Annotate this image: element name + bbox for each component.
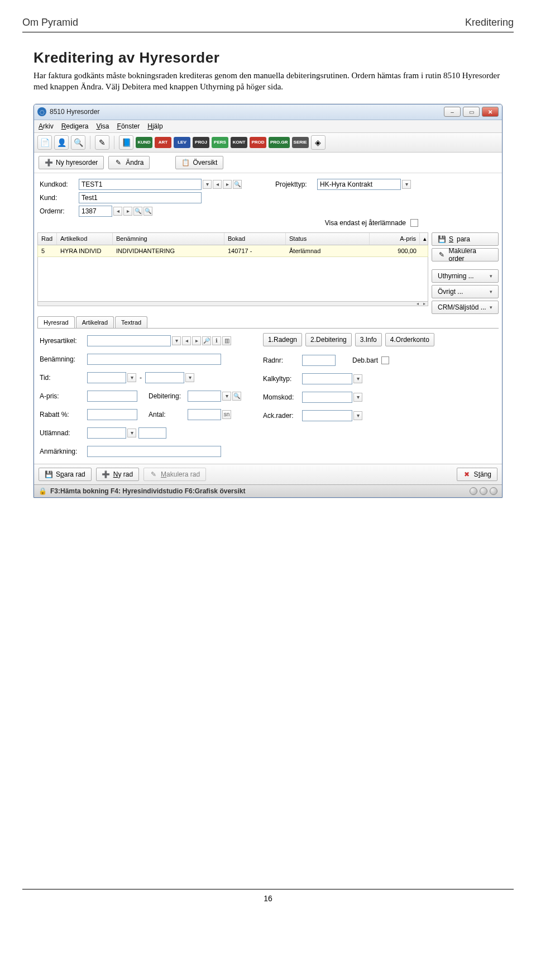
- hyresorder-window: ◌ 8510 Hyresorder – ▭ ✕ Arkiv Redigera V…: [34, 104, 502, 498]
- toolbar-user-icon[interactable]: 👤: [54, 135, 69, 150]
- toolbar-new-icon[interactable]: 📄: [37, 135, 52, 150]
- ny-rad-button[interactable]: ➕Ny rad: [96, 468, 139, 481]
- kund-input[interactable]: [79, 192, 202, 203]
- window-title: 8510 Hyresorder: [50, 108, 99, 116]
- benamning-input[interactable]: [87, 354, 221, 365]
- footer-rule: [22, 889, 514, 889]
- search-icon[interactable]: 🔎: [202, 336, 211, 345]
- ny-hyresorder-button[interactable]: ➕Ny hyresorder: [39, 156, 104, 169]
- minimize-button[interactable]: –: [444, 107, 461, 117]
- ordernr-input[interactable]: [79, 206, 112, 217]
- scroll-up-icon[interactable]: ▴: [420, 233, 428, 245]
- next-icon[interactable]: ▸: [223, 180, 232, 189]
- radnr-input[interactable]: [302, 355, 336, 366]
- spara-rad-button[interactable]: 💾Spara rad: [39, 468, 92, 481]
- doc-title: Kreditering av Hyresorder: [34, 49, 502, 66]
- pill-kont[interactable]: KONT: [231, 137, 247, 148]
- makulera-order-button[interactable]: ✎Makulera order: [432, 248, 499, 261]
- close-button[interactable]: ✕: [482, 107, 499, 117]
- dropdown-icon[interactable]: ▾: [172, 336, 181, 345]
- tab-artikelrad[interactable]: Artikelrad: [76, 316, 114, 328]
- tab-info[interactable]: 3.Info: [355, 333, 382, 346]
- spara-button[interactable]: 💾Spara: [432, 232, 499, 246]
- menu-hjalp[interactable]: Hjälp: [147, 122, 162, 130]
- pill-serie[interactable]: SERIE: [292, 137, 309, 148]
- tab-textrad[interactable]: Textrad: [115, 316, 147, 328]
- number-icon[interactable]: sn: [222, 410, 231, 419]
- pill-art[interactable]: ART: [155, 137, 171, 148]
- tab-hyresrad[interactable]: Hyresrad: [37, 316, 75, 328]
- action-bar: ➕Ny hyresorder ✎Ändra 📋Översikt: [34, 153, 502, 173]
- menu-visa[interactable]: Visa: [96, 122, 109, 130]
- menu-redigera[interactable]: Redigera: [61, 122, 89, 130]
- momskod-input[interactable]: [302, 392, 352, 403]
- pill-kund[interactable]: KUND: [136, 137, 152, 148]
- oversikt-button[interactable]: 📋Översikt: [175, 156, 223, 169]
- toolbar-edit-icon[interactable]: ✎: [95, 135, 109, 150]
- status-dot[interactable]: [470, 487, 477, 495]
- uthyrning-button[interactable]: Uthyrning ...▾: [432, 269, 499, 283]
- utlamnad2-input[interactable]: [138, 427, 166, 439]
- tid-to-input[interactable]: [145, 372, 184, 383]
- status-dot[interactable]: [490, 487, 497, 495]
- hyresartikel-input[interactable]: [87, 335, 171, 346]
- ackrader-input[interactable]: [302, 410, 352, 421]
- kalkyltyp-input[interactable]: [302, 373, 352, 384]
- tab-debitering[interactable]: 2.Debitering: [305, 333, 352, 346]
- search-icon[interactable]: 🔍: [233, 180, 242, 189]
- antal-label: Antal:: [149, 411, 188, 418]
- maximize-button[interactable]: ▭: [463, 107, 480, 117]
- debitering-label: Debitering:: [149, 392, 188, 400]
- toolbar-search-icon[interactable]: 🔍: [71, 135, 85, 150]
- debbart-checkbox[interactable]: [381, 356, 389, 364]
- crm-button[interactable]: CRM/Säljstöd ...▾: [432, 301, 499, 314]
- chevron-down-icon: ▾: [490, 273, 492, 279]
- doc-paragraph: Har faktura godkänts måste bokningsraden…: [34, 70, 502, 93]
- kundkod-input[interactable]: [79, 179, 202, 190]
- info-icon[interactable]: ℹ: [212, 336, 221, 345]
- apris-input[interactable]: [87, 391, 137, 402]
- debitering-input[interactable]: [188, 391, 221, 402]
- search-icon[interactable]: 🔍: [232, 392, 241, 401]
- kund-label: Kund:: [40, 194, 79, 202]
- pill-pers[interactable]: PERS: [212, 137, 228, 148]
- grid-scrollbar[interactable]: ◂▸: [37, 302, 428, 306]
- search2-icon[interactable]: 🔍: [143, 207, 152, 216]
- prev-icon[interactable]: ◂: [113, 207, 122, 216]
- dropdown-icon[interactable]: ▾: [402, 180, 411, 189]
- menu-fonster[interactable]: Fönster: [117, 122, 140, 130]
- tid-from-input[interactable]: [87, 372, 126, 383]
- pill-progr[interactable]: PRO.GR: [269, 137, 290, 148]
- tab-radegn[interactable]: 1.Radegn: [263, 333, 302, 346]
- utlamnad-input[interactable]: [87, 427, 126, 439]
- toolbar-book-icon[interactable]: 📘: [119, 135, 133, 150]
- dropdown-icon[interactable]: ▾: [203, 180, 212, 189]
- ovrigt-button[interactable]: Övrigt ...▾: [432, 285, 499, 298]
- andra-button[interactable]: ✎Ändra: [108, 156, 150, 169]
- grid-row[interactable]: 5 HYRA INDIVID INDIVIDHANTERING 140717 -…: [37, 245, 428, 257]
- pill-lev[interactable]: LEV: [174, 137, 190, 148]
- titlebar[interactable]: ◌ 8510 Hyresorder – ▭ ✕: [34, 104, 502, 120]
- prev-icon[interactable]: ◂: [213, 180, 222, 189]
- status-dot[interactable]: [480, 487, 487, 495]
- cancel-icon: ✎: [438, 251, 446, 259]
- tab-orderkonto[interactable]: 4.Orderkonto: [385, 333, 434, 346]
- anmarkning-input[interactable]: [87, 446, 221, 457]
- menu-arkiv[interactable]: Arkiv: [39, 122, 54, 130]
- visa-checkbox[interactable]: [410, 219, 418, 227]
- next-icon[interactable]: ▸: [123, 207, 132, 216]
- stang-button[interactable]: ✖Stäng: [457, 468, 497, 481]
- projekttyp-input[interactable]: [317, 179, 401, 190]
- toolbar-help-icon[interactable]: ◈: [311, 135, 326, 150]
- header-form: Kundkod: ▾ ◂ ▸ 🔍 Projekttyp: ▾ Kund: Or: [34, 173, 502, 232]
- search-icon[interactable]: 🔍: [133, 207, 142, 216]
- antal-input[interactable]: [188, 409, 221, 420]
- sheet-icon[interactable]: ▥: [222, 336, 231, 345]
- order-rows-grid: Rad Artikelkod Benämning Bokad Status A-…: [37, 232, 428, 314]
- pill-prod[interactable]: PROD: [250, 137, 266, 148]
- header-left: Om Pyramid: [22, 17, 78, 28]
- pill-proj[interactable]: PROJ: [193, 137, 209, 148]
- menubar: Arkiv Redigera Visa Fönster Hjälp: [34, 120, 502, 133]
- rabatt-input[interactable]: [87, 409, 137, 420]
- plus-icon: ➕: [45, 159, 52, 166]
